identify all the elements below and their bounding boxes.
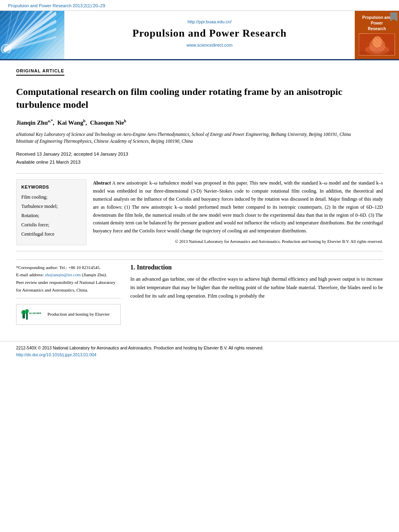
svg-line-1 <box>4 11 52 51</box>
email-address: E-mail address: zhujianqin@iet.com (Jian… <box>16 271 121 279</box>
keyword-4: Coriolis force; <box>21 220 81 230</box>
keywords-heading: KEYWORDS <box>21 185 81 189</box>
doi-link[interactable]: http://dx.doi.org/10.1016/j.jppr.2013.01… <box>16 352 97 357</box>
article-title: Computational research on film cooling u… <box>16 85 383 111</box>
svg-line-6 <box>4 11 12 51</box>
dates: Received 13 January 2012; accepted 14 Ja… <box>16 150 383 166</box>
introduction-text: In an advanced gas turbine, one of the e… <box>130 275 383 301</box>
introduction-heading: 1. Introduction <box>130 264 383 271</box>
svg-text:ELSEVIER: ELSEVIER <box>29 312 41 314</box>
svg-line-0 <box>4 13 56 51</box>
main-content: ORIGINAL ARTICLE Computational research … <box>0 60 399 333</box>
authors-line: Jianqin Zhua,*, Kai Wangb, Chaoqun Nieb <box>16 119 383 126</box>
fan-graphic <box>0 11 56 53</box>
citation-link[interactable]: Propulsion and Power Research 2013;2(1):… <box>8 3 105 8</box>
bottom-section: *Corresponding author: Tel.: +86 10 8231… <box>16 264 383 325</box>
affiliation-b: bInstitute of Engineering Thermophysics,… <box>16 138 383 145</box>
peer-review-note: Peer review under responsibility of Nati… <box>16 279 121 294</box>
svg-point-10 <box>1 44 11 53</box>
footnote-block: *Corresponding author: Tel.: +86 10 8231… <box>16 264 121 298</box>
email-link[interactable]: zhujianqin@iet.com <box>45 272 80 277</box>
svg-line-5 <box>4 11 20 51</box>
journal-logo-right: Propulsion andPowerResearch <box>355 11 399 59</box>
page-footer: 2212-540X © 2013 National Laboratory for… <box>0 341 399 362</box>
author-kai-wang: Kai Wang <box>58 119 83 126</box>
svg-point-15 <box>372 36 382 47</box>
author-sup-b2: b <box>124 119 126 123</box>
journal-cover-image <box>359 33 395 55</box>
journal-url1[interactable]: http://ppr.buaa.edu.cn/ <box>187 19 231 24</box>
received-date: Received 13 January 2012; accepted 14 Ja… <box>16 150 383 158</box>
svg-line-8 <box>4 29 56 51</box>
journal-center: http://ppr.buaa.edu.cn/ Propulsion and P… <box>64 11 355 59</box>
svg-line-9 <box>4 37 56 51</box>
footer-issn: 2212-540X © 2013 National Laboratory for… <box>16 345 383 352</box>
svg-rect-12 <box>359 34 395 55</box>
available-date: Available online 21 March 2013 <box>16 158 383 166</box>
citation-bar: Propulsion and Power Research 2013;2(1):… <box>0 0 399 11</box>
journal-cover-text: Propulsion andPowerResearch <box>362 15 392 32</box>
bookmark-icon <box>390 12 397 21</box>
right-column: 1. Introduction In an advanced gas turbi… <box>130 264 383 325</box>
svg-point-11 <box>4 47 8 51</box>
svg-line-4 <box>4 11 28 51</box>
section-label: ORIGINAL ARTICLE <box>16 68 64 76</box>
left-column: *Corresponding author: Tel.: +86 10 8231… <box>16 264 121 325</box>
journal-url2[interactable]: www.sciencedirect.com <box>187 43 232 47</box>
abstract-column: Abstract A new anisotropic k–ω turbulenc… <box>93 179 383 245</box>
divider-line <box>16 259 383 260</box>
svg-line-2 <box>4 11 44 51</box>
journal-logo-left <box>0 11 64 59</box>
journal-title: Propulsion and Power Research <box>132 27 287 39</box>
abstract-label: Abstract <box>93 180 111 186</box>
copyright-notice: © 2013 National Laboratory for Aeronauti… <box>93 238 383 245</box>
svg-point-14 <box>369 39 385 53</box>
author-sup-a: a,* <box>48 119 53 123</box>
svg-line-3 <box>4 11 36 51</box>
keywords-box: KEYWORDS Film cooling; Turbulence model;… <box>16 179 86 245</box>
svg-point-22 <box>25 309 29 313</box>
corresponding-author: *Corresponding author: Tel.: +86 10 8231… <box>16 264 121 271</box>
affiliation-a: aNational Key Laboratory of Science and … <box>16 131 383 138</box>
svg-line-7 <box>4 21 56 51</box>
author-jianqin-zhu: Jianqin Zhu <box>16 119 48 126</box>
author-sup-b1: b <box>83 119 86 123</box>
abstract-body: Abstract A new anisotropic k–ω turbulenc… <box>93 179 383 235</box>
elsevier-text: Production and hosting by Elsevier <box>47 311 110 318</box>
cover-turbine-graphic <box>359 34 395 55</box>
elsevier-logo: ELSEVIER <box>21 308 43 320</box>
svg-point-13 <box>365 45 389 55</box>
author-chaoqun-nie: Chaoqun Nie <box>90 119 124 126</box>
keyword-5: Centrifugal force <box>21 230 81 239</box>
abstract-text: A new anisotropic k–ω turbulence model w… <box>93 180 383 234</box>
keyword-3: Rotation; <box>21 211 81 220</box>
keyword-1: Film cooling; <box>21 193 81 202</box>
abstract-section: KEYWORDS Film cooling; Turbulence model;… <box>16 173 383 251</box>
keywords-list: Film cooling; Turbulence model; Rotation… <box>21 193 81 238</box>
journal-header: http://ppr.buaa.edu.cn/ Propulsion and P… <box>0 11 399 60</box>
elsevier-block: ELSEVIER Production and hosting by Elsev… <box>16 304 121 325</box>
keyword-2: Turbulence model; <box>21 202 81 211</box>
svg-rect-23 <box>29 310 41 318</box>
footer-doi: http://dx.doi.org/10.1016/j.jppr.2013.01… <box>16 351 383 359</box>
affiliations: aNational Key Laboratory of Science and … <box>16 131 383 145</box>
